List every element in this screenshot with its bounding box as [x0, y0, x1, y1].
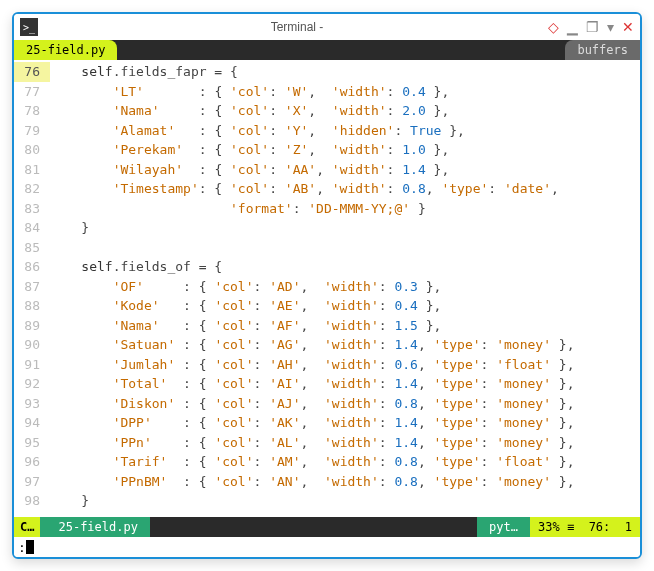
line-number: 90: [14, 335, 50, 355]
code-content[interactable]: 'PPnBM' : { 'col': 'AN', 'width': 0.8, '…: [50, 472, 574, 492]
command-line[interactable]: :: [14, 537, 640, 557]
code-line[interactable]: 84 }: [14, 218, 640, 238]
line-number: 80: [14, 140, 50, 160]
code-line[interactable]: 80 'Perekam' : { 'col': 'Z', 'width': 1.…: [14, 140, 640, 160]
code-content[interactable]: 'PPn' : { 'col': 'AL', 'width': 1.4, 'ty…: [50, 433, 574, 453]
editor-area[interactable]: 76 self.fields_fapr = {77 'LT' : { 'col'…: [14, 60, 640, 517]
code-line[interactable]: 89 'Nama' : { 'col': 'AF', 'width': 1.5 …: [14, 316, 640, 336]
code-line[interactable]: 97 'PPnBM' : { 'col': 'AN', 'width': 0.8…: [14, 472, 640, 492]
status-position: 33% ≡ 76: 1: [530, 517, 640, 537]
code-content[interactable]: 'Wilayah' : { 'col': 'AA', 'width': 1.4 …: [50, 160, 449, 180]
code-line[interactable]: 82 'Timestamp': { 'col': 'AB', 'width': …: [14, 179, 640, 199]
status-sep: ≡: [567, 520, 574, 534]
code-content[interactable]: 'Satuan' : { 'col': 'AG', 'width': 1.4, …: [50, 335, 574, 355]
status-line: 76: [589, 520, 603, 534]
status-filetype: pyt…: [477, 517, 530, 537]
line-number: 92: [14, 374, 50, 394]
code-content[interactable]: }: [50, 491, 89, 511]
code-line[interactable]: 76 self.fields_fapr = {: [14, 62, 640, 82]
line-number: 98: [14, 491, 50, 511]
code-line[interactable]: 83 'format': 'DD-MMM-YY;@' }: [14, 199, 640, 219]
line-number: 81: [14, 160, 50, 180]
maximize-icon[interactable]: ▾: [607, 20, 614, 34]
code-content[interactable]: 'Total' : { 'col': 'AI', 'width': 1.4, '…: [50, 374, 574, 394]
restore-icon[interactable]: ❐: [586, 20, 599, 34]
line-number: 94: [14, 413, 50, 433]
line-number: 79: [14, 121, 50, 141]
statusbar: C… 25-field.py pyt… 33% ≡ 76: 1: [14, 517, 640, 537]
code-line[interactable]: 81 'Wilayah' : { 'col': 'AA', 'width': 1…: [14, 160, 640, 180]
line-number: 82: [14, 179, 50, 199]
status-percent: 33%: [538, 520, 560, 534]
window-controls: ◇ ▁ ❐ ▾ ✕: [548, 20, 634, 34]
code-line[interactable]: 86 self.fields_of = {: [14, 257, 640, 277]
cursor-block: [26, 540, 34, 554]
line-number: 89: [14, 316, 50, 336]
line-number: 95: [14, 433, 50, 453]
code-line[interactable]: 98 }: [14, 491, 640, 511]
line-number: 91: [14, 355, 50, 375]
code-content[interactable]: 'Kode' : { 'col': 'AE', 'width': 0.4 },: [50, 296, 441, 316]
code-content[interactable]: self.fields_fapr = {: [50, 62, 238, 82]
line-number: 88: [14, 296, 50, 316]
code-line[interactable]: 91 'Jumlah' : { 'col': 'AH', 'width': 0.…: [14, 355, 640, 375]
code-line[interactable]: 78 'Nama' : { 'col': 'X', 'width': 2.0 }…: [14, 101, 640, 121]
code-line[interactable]: 93 'Diskon' : { 'col': 'AJ', 'width': 0.…: [14, 394, 640, 414]
code-content[interactable]: 'Nama' : { 'col': 'AF', 'width': 1.5 },: [50, 316, 441, 336]
code-content[interactable]: 'Nama' : { 'col': 'X', 'width': 2.0 },: [50, 101, 449, 121]
line-number: 85: [14, 238, 50, 258]
code-content[interactable]: 'Perekam' : { 'col': 'Z', 'width': 1.0 }…: [50, 140, 449, 160]
terminal-window: >_ Terminal - ◇ ▁ ❐ ▾ ✕ 25-field.py buff…: [12, 12, 642, 559]
code-content[interactable]: 'LT' : { 'col': 'W', 'width': 0.4 },: [50, 82, 449, 102]
code-content[interactable]: 'Alamat' : { 'col': 'Y', 'hidden': True …: [50, 121, 465, 141]
close-icon[interactable]: ✕: [622, 20, 634, 34]
code-content[interactable]: 'OF' : { 'col': 'AD', 'width': 0.3 },: [50, 277, 441, 297]
code-line[interactable]: 87 'OF' : { 'col': 'AD', 'width': 0.3 },: [14, 277, 640, 297]
code-line[interactable]: 92 'Total' : { 'col': 'AI', 'width': 1.4…: [14, 374, 640, 394]
line-number: 78: [14, 101, 50, 121]
code-content[interactable]: 'format': 'DD-MMM-YY;@' }: [50, 199, 426, 219]
code-content[interactable]: }: [50, 218, 89, 238]
line-number: 83: [14, 199, 50, 219]
status-filename: 25-field.py: [40, 517, 149, 537]
line-number: 87: [14, 277, 50, 297]
line-number: 84: [14, 218, 50, 238]
code-content[interactable]: self.fields_of = {: [50, 257, 222, 277]
code-line[interactable]: 88 'Kode' : { 'col': 'AE', 'width': 0.4 …: [14, 296, 640, 316]
status-col: 1: [625, 520, 632, 534]
minimize-icon[interactable]: ▁: [567, 20, 578, 34]
cmd-prefix: :: [18, 540, 26, 555]
pin-icon[interactable]: ◇: [548, 20, 559, 34]
code-line[interactable]: 90 'Satuan' : { 'col': 'AG', 'width': 1.…: [14, 335, 640, 355]
code-line[interactable]: 95 'PPn' : { 'col': 'AL', 'width': 1.4, …: [14, 433, 640, 453]
code-line[interactable]: 96 'Tarif' : { 'col': 'AM', 'width': 0.8…: [14, 452, 640, 472]
buffer-spacer: [117, 40, 565, 60]
line-number: 93: [14, 394, 50, 414]
line-number: 97: [14, 472, 50, 492]
window-title: Terminal -: [46, 20, 548, 34]
buffer-tab-active[interactable]: 25-field.py: [14, 40, 117, 60]
line-number: 77: [14, 82, 50, 102]
buffer-bar: 25-field.py buffers: [14, 40, 640, 60]
code-content[interactable]: 'Jumlah' : { 'col': 'AH', 'width': 0.6, …: [50, 355, 574, 375]
code-content[interactable]: 'Timestamp': { 'col': 'AB', 'width': 0.8…: [50, 179, 559, 199]
code-content[interactable]: 'Diskon' : { 'col': 'AJ', 'width': 0.8, …: [50, 394, 574, 414]
code-line[interactable]: 77 'LT' : { 'col': 'W', 'width': 0.4 },: [14, 82, 640, 102]
line-number: 86: [14, 257, 50, 277]
code-line[interactable]: 85: [14, 238, 640, 258]
buffers-label[interactable]: buffers: [565, 40, 640, 60]
mode-indicator: C…: [14, 517, 40, 537]
line-number: 96: [14, 452, 50, 472]
code-content[interactable]: 'DPP' : { 'col': 'AK', 'width': 1.4, 'ty…: [50, 413, 574, 433]
terminal-icon: >_: [20, 18, 38, 36]
code-line[interactable]: 94 'DPP' : { 'col': 'AK', 'width': 1.4, …: [14, 413, 640, 433]
code-content[interactable]: 'Tarif' : { 'col': 'AM', 'width': 0.8, '…: [50, 452, 574, 472]
titlebar[interactable]: >_ Terminal - ◇ ▁ ❐ ▾ ✕: [14, 14, 640, 40]
code-line[interactable]: 79 'Alamat' : { 'col': 'Y', 'hidden': Tr…: [14, 121, 640, 141]
status-spacer: [150, 517, 477, 537]
line-number: 76: [14, 62, 50, 82]
